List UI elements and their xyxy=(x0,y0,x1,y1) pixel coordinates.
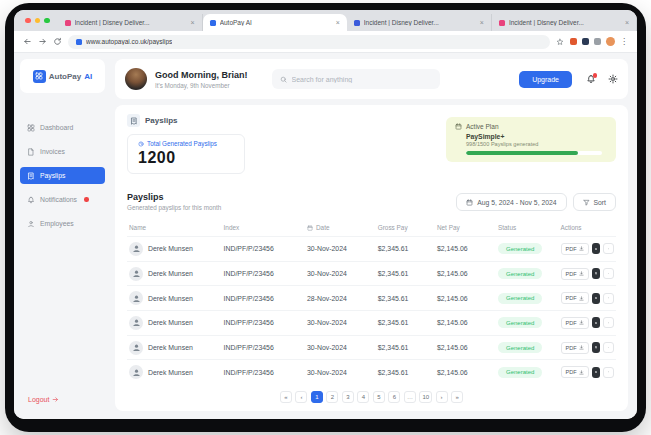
window-controls xyxy=(23,10,58,31)
minimize-window-button[interactable] xyxy=(35,18,41,24)
url-text: www.autopayai.co.uk/payslips xyxy=(86,38,172,45)
primary-action-button[interactable]: Upgrade xyxy=(519,71,572,88)
page-button-[interactable]: « xyxy=(280,391,292,403)
browser-tab-incident-disney-deliver[interactable]: Incident | Disney Deliver...× xyxy=(347,14,492,31)
logout-button[interactable]: Logout xyxy=(28,396,59,403)
tab-close-icon[interactable]: × xyxy=(191,19,195,26)
sidebar-item-invoices[interactable]: Invoices xyxy=(20,143,105,160)
extension-icon[interactable] xyxy=(594,38,601,45)
status-cell: Generated xyxy=(498,367,561,378)
column-header-status[interactable]: Status xyxy=(498,224,561,231)
page-button-5[interactable]: 5 xyxy=(373,391,385,403)
app-header: Good Morning, Brian! It's Monday, 9th No… xyxy=(115,59,628,99)
column-header-index[interactable]: Index xyxy=(224,224,307,231)
page-button-4[interactable]: 4 xyxy=(357,391,369,403)
browser-toolbar: www.autopayai.co.uk/payslips ⋮ xyxy=(14,31,637,53)
sidebar-item-dashboard[interactable]: Dashboard xyxy=(20,119,105,136)
print-button[interactable] xyxy=(592,317,601,328)
address-bar[interactable]: www.autopayai.co.uk/payslips xyxy=(68,35,550,49)
payslips-page-icon xyxy=(127,114,140,127)
browser-tabs: Incident | Disney Deliver...×AutoPay AI×… xyxy=(58,14,638,31)
page-button-2[interactable]: 2 xyxy=(326,391,338,403)
net-pay-cell: $2,145.06 xyxy=(437,319,498,326)
print-button[interactable] xyxy=(592,342,601,353)
column-header-actions[interactable]: Actions xyxy=(561,224,614,231)
settings-gear-icon[interactable] xyxy=(608,74,618,84)
extension-icon[interactable] xyxy=(570,38,577,45)
column-header-net-pay[interactable]: Net Pay xyxy=(437,224,498,231)
date-cell: 30-Nov-2024 xyxy=(307,344,378,351)
maximize-window-button[interactable] xyxy=(44,18,50,24)
share-button[interactable] xyxy=(603,268,614,279)
column-header-date[interactable]: Date xyxy=(307,224,378,231)
screenshot-canvas: Incident | Disney Deliver...×AutoPay AI×… xyxy=(0,0,651,435)
back-icon[interactable] xyxy=(23,37,32,46)
page-button-[interactable]: » xyxy=(451,391,463,403)
plan-progress-bar xyxy=(466,151,602,155)
forward-icon[interactable] xyxy=(38,37,47,46)
notifications-bell-icon[interactable] xyxy=(586,74,596,84)
table-row: Derek MunsenIND/PF/P/2345630-Nov-2024$2,… xyxy=(127,310,616,335)
date-range-label: Aug 5, 2024 - Nov 5, 2024 xyxy=(477,199,556,206)
print-button[interactable] xyxy=(592,367,601,378)
sidebar-item-payslips[interactable]: Payslips xyxy=(20,167,105,184)
browser-tab-incident-disney-deliver[interactable]: Incident | Disney Deliver...× xyxy=(58,14,203,31)
download-pdf-button[interactable]: PDF xyxy=(561,243,589,255)
status-cell: Generated xyxy=(498,342,561,353)
browser-tab-incident-disney-deliver[interactable]: Incident | Disney Deliver...× xyxy=(492,14,637,31)
tab-close-icon[interactable]: × xyxy=(480,19,484,26)
refresh-icon[interactable] xyxy=(53,37,62,46)
sort-button[interactable]: Sort xyxy=(573,193,616,211)
plan-title: Active Plan xyxy=(466,123,499,130)
share-button[interactable] xyxy=(603,367,614,378)
status-badge: Generated xyxy=(498,342,542,353)
download-pdf-button[interactable]: PDF xyxy=(561,268,589,280)
status-cell: Generated xyxy=(498,243,561,254)
tab-close-icon[interactable]: × xyxy=(625,19,629,26)
share-button[interactable] xyxy=(603,293,614,304)
column-header-name[interactable]: Name xyxy=(129,224,224,231)
bookmark-star-icon[interactable] xyxy=(556,38,564,46)
browser-tab-autopay-ai[interactable]: AutoPay AI× xyxy=(203,14,347,31)
tab-close-icon[interactable]: × xyxy=(336,19,340,26)
download-pdf-button[interactable]: PDF xyxy=(561,366,589,378)
bell-icon xyxy=(27,196,35,204)
employee-name-cell: Derek Munsen xyxy=(129,242,224,256)
download-pdf-button[interactable]: PDF xyxy=(561,317,589,329)
logo-text: AutoPay xyxy=(49,72,81,81)
profile-avatar[interactable] xyxy=(606,37,615,46)
print-button[interactable] xyxy=(592,268,601,279)
print-button[interactable] xyxy=(592,243,601,254)
sidebar-item-notifications[interactable]: Notifications xyxy=(20,191,105,208)
page-button-6[interactable]: 6 xyxy=(388,391,400,403)
menu-dots-icon[interactable]: ⋮ xyxy=(620,38,628,46)
page-button-3[interactable]: 3 xyxy=(342,391,354,403)
page-button-[interactable]: › xyxy=(436,391,448,403)
page-button-[interactable]: ‹ xyxy=(295,391,307,403)
search-input[interactable] xyxy=(292,76,432,83)
greeting-block: Good Morning, Brian! It's Monday, 9th No… xyxy=(155,70,248,89)
actions-cell: PDF xyxy=(561,342,614,354)
page-button-[interactable]: … xyxy=(404,391,416,403)
print-button[interactable] xyxy=(592,293,601,304)
share-button[interactable] xyxy=(603,342,614,353)
search-box[interactable] xyxy=(272,69,440,89)
share-button[interactable] xyxy=(603,317,614,328)
page-button-1[interactable]: 1 xyxy=(311,391,323,403)
actions-cell: PDF xyxy=(561,243,614,255)
download-pdf-button[interactable]: PDF xyxy=(561,292,589,304)
user-avatar[interactable] xyxy=(125,68,147,90)
extension-icon[interactable] xyxy=(582,38,589,45)
gross-pay-cell: $2,345.61 xyxy=(378,245,437,252)
share-button[interactable] xyxy=(603,243,614,254)
sidebar-item-employees[interactable]: Employees xyxy=(20,215,105,232)
logout-arrow-icon xyxy=(52,396,59,403)
gross-pay-cell: $2,345.61 xyxy=(378,319,437,326)
date-cell: 28-Nov-2024 xyxy=(307,295,378,302)
column-header-gross-pay[interactable]: Gross Pay xyxy=(378,224,437,231)
date-range-picker[interactable]: Aug 5, 2024 - Nov 5, 2024 xyxy=(456,193,566,211)
close-window-button[interactable] xyxy=(25,18,31,24)
net-pay-cell: $2,145.06 xyxy=(437,369,498,376)
download-pdf-button[interactable]: PDF xyxy=(561,342,589,354)
page-button-10[interactable]: 10 xyxy=(419,391,432,403)
